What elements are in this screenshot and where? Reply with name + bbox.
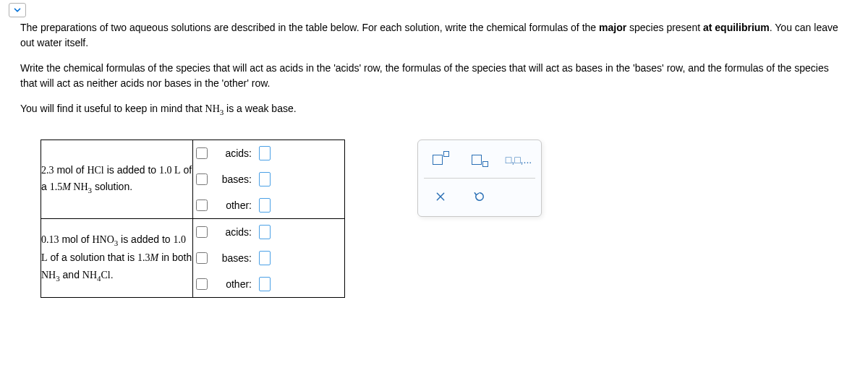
chevron-down-icon (12, 5, 22, 15)
list-hint-label: □,□,... (506, 154, 532, 166)
clear-button[interactable] (424, 183, 457, 210)
row2-acids-input[interactable] (259, 225, 271, 239)
bases-label: bases: (217, 252, 252, 264)
intro-paragraph-3: You will find it useful to keep in mind … (20, 101, 848, 118)
box-icon (472, 155, 482, 165)
box-icon (482, 161, 488, 167)
other-label: other: (217, 278, 252, 290)
row2-bases: bases: (193, 245, 344, 271)
row1-acids-input[interactable] (259, 146, 271, 160)
list-button[interactable]: □,□,... (502, 146, 535, 173)
box-icon (443, 151, 449, 157)
formula-toolbar: □,□,... (417, 140, 542, 217)
row1-other: other: (193, 192, 344, 218)
row2-other: other: (193, 271, 344, 297)
row1-other-input[interactable] (259, 198, 271, 213)
row1-bases-checkbox[interactable] (196, 173, 208, 185)
acids-label: acids: (217, 147, 252, 159)
question-body: The preparations of two aqueous solution… (0, 0, 868, 312)
solutions-table: 2.3 mol of HCl is added to 1.0 L of a 1.… (41, 140, 345, 298)
row2-other-checkbox[interactable] (196, 278, 208, 290)
box-icon (433, 155, 443, 165)
row2-other-input[interactable] (259, 277, 271, 291)
other-label: other: (217, 200, 252, 211)
bases-label: bases: (217, 173, 252, 185)
row1-bases: bases: (193, 166, 344, 192)
superscript-button[interactable] (424, 146, 457, 173)
row2-bases-input[interactable] (259, 251, 271, 265)
intro-paragraph-1: The preparations of two aqueous solution… (20, 20, 848, 51)
row2-bases-checkbox[interactable] (196, 252, 208, 264)
row1-acids-checkbox[interactable] (196, 147, 208, 159)
row1-acids: acids: (193, 140, 344, 166)
row1-other-checkbox[interactable] (196, 200, 208, 211)
solution-1-description: 2.3 mol of HCl is added to 1.0 L of a 1.… (41, 140, 193, 219)
subscript-button[interactable] (463, 146, 496, 173)
row1-bases-input[interactable] (259, 172, 271, 186)
row2-acids: acids: (193, 219, 344, 245)
undo-icon (473, 190, 486, 203)
solution-2-description: 0.13 mol of HNO3 is added to 1.0 L of a … (41, 219, 193, 298)
close-icon (435, 191, 446, 202)
acids-label: acids: (217, 226, 252, 238)
reset-button[interactable] (463, 183, 496, 210)
intro-paragraph-2: Write the chemical formulas of the speci… (20, 61, 848, 91)
row2-acids-checkbox[interactable] (196, 226, 208, 238)
collapse-toggle[interactable] (9, 3, 26, 17)
